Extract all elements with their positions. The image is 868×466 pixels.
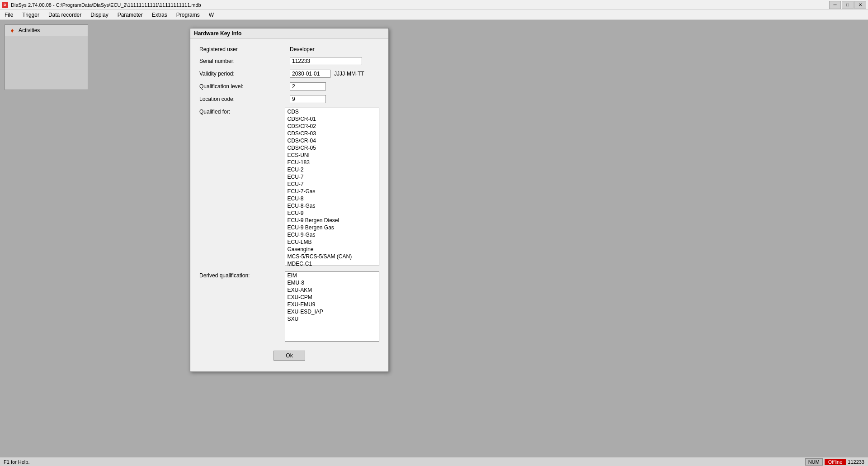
- menu-programs[interactable]: Programs: [173, 11, 203, 19]
- activities-icon: ♦: [9, 27, 16, 34]
- list-item[interactable]: Gasengine: [285, 246, 379, 253]
- list-item[interactable]: ECU-8: [285, 195, 379, 202]
- qualification-level-label: Qualification level:: [199, 83, 290, 90]
- list-item[interactable]: CDS/CR-04: [285, 137, 379, 144]
- menu-bar: File Trigger Data recorder Display Param…: [0, 10, 868, 20]
- list-item[interactable]: ECU-9: [285, 209, 379, 217]
- list-item[interactable]: EIM: [285, 272, 379, 279]
- modal-content: Registered user Developer Serial number:…: [190, 39, 388, 371]
- help-text: F1 for Help.: [4, 459, 29, 465]
- list-item[interactable]: EMU-8: [285, 279, 379, 286]
- list-item[interactable]: ECU-7: [285, 181, 379, 188]
- serial-number-input[interactable]: [290, 57, 362, 65]
- num-badge: NUM: [805, 458, 823, 466]
- app-icon: D: [2, 2, 8, 8]
- list-item[interactable]: EXU-ESD_IAP: [285, 308, 379, 315]
- serial-status: 112233: [848, 459, 864, 465]
- qualified-for-container: Qualified for: CDSCDS/CR-01CDS/CR-02CDS/…: [199, 108, 379, 266]
- validity-period-row: Validity period: JJJJ-MM-TT: [199, 70, 379, 78]
- list-item[interactable]: SXU: [285, 315, 379, 323]
- registered-user-value: Developer: [290, 46, 315, 52]
- list-item[interactable]: MCS-5/RCS-5/SAM (CAN): [285, 253, 379, 260]
- activities-header: ♦ Activities: [5, 25, 88, 36]
- activities-panel: ♦ Activities: [5, 24, 88, 90]
- validity-period-label: Validity period:: [199, 71, 290, 77]
- qualified-for-label: Qualified for:: [199, 108, 285, 115]
- btn-row: Ok: [199, 347, 379, 364]
- list-item[interactable]: MDEC-C1: [285, 260, 379, 266]
- list-item[interactable]: CDS/CR-03: [285, 130, 379, 137]
- maximize-button[interactable]: □: [842, 1, 854, 9]
- derived-qualification-label: Derived qualification:: [199, 271, 285, 279]
- main-area: ♦ Activities Hardware Key Info Registere…: [0, 20, 868, 457]
- serial-number-row: Serial number:: [199, 57, 379, 65]
- menu-trigger[interactable]: Trigger: [19, 11, 43, 19]
- derived-qualification-container: Derived qualification: EIMEMU-8EXU-AKMEX…: [199, 271, 379, 342]
- qualification-level-input[interactable]: [290, 82, 326, 90]
- list-item[interactable]: ECU-9 Bergen Diesel: [285, 217, 379, 224]
- activities-label: Activities: [19, 27, 40, 33]
- location-code-row: Location code:: [199, 95, 379, 103]
- list-item[interactable]: EXU-CPM: [285, 294, 379, 301]
- title-bar: D DiaSys 2.74.00.08 - C:\ProgramData\Dia…: [0, 0, 868, 10]
- menu-parameter[interactable]: Parameter: [114, 11, 146, 19]
- list-item[interactable]: EXU-EMU9: [285, 301, 379, 308]
- serial-number-label: Serial number:: [199, 58, 290, 64]
- list-item[interactable]: ECU-9-Gas: [285, 231, 379, 238]
- title-bar-text: DiaSys 2.74.00.08 - C:\ProgramData\DiaSy…: [11, 2, 201, 8]
- validity-date-input[interactable]: [290, 70, 330, 78]
- menu-file[interactable]: File: [1, 11, 17, 19]
- list-item[interactable]: ECU-2: [285, 166, 379, 173]
- list-item[interactable]: ECU-9 Bergen Gas: [285, 224, 379, 231]
- list-item[interactable]: CDS/CR-02: [285, 123, 379, 130]
- menu-w[interactable]: W: [205, 11, 217, 19]
- list-item[interactable]: ECU-LMB: [285, 238, 379, 246]
- qualified-for-listbox[interactable]: CDSCDS/CR-01CDS/CR-02CDS/CR-03CDS/CR-04C…: [285, 108, 379, 266]
- menu-display[interactable]: Display: [87, 11, 112, 19]
- list-item[interactable]: CDS: [285, 108, 379, 115]
- menu-extras[interactable]: Extras: [148, 11, 171, 19]
- close-button[interactable]: ✕: [854, 1, 866, 9]
- list-item[interactable]: ECU-7-Gas: [285, 188, 379, 195]
- status-right: NUM Offline 112233: [805, 458, 864, 466]
- list-item[interactable]: ECU-7: [285, 173, 379, 181]
- menu-data-recorder[interactable]: Data recorder: [45, 11, 85, 19]
- list-item[interactable]: ECU-183: [285, 159, 379, 166]
- derived-qualification-listbox[interactable]: EIMEMU-8EXU-AKMEXU-CPMEXU-EMU9EXU-ESD_IA…: [285, 271, 379, 342]
- validity-row: JJJJ-MM-TT: [290, 70, 364, 78]
- list-item[interactable]: ECS-UNI: [285, 152, 379, 159]
- location-code-input[interactable]: [290, 95, 326, 103]
- title-bar-left: D DiaSys 2.74.00.08 - C:\ProgramData\Dia…: [2, 2, 201, 8]
- registered-user-label: Registered user: [199, 46, 290, 52]
- list-item[interactable]: EXU-AKM: [285, 286, 379, 294]
- list-item[interactable]: CDS/CR-05: [285, 144, 379, 152]
- registered-user-row: Registered user Developer: [199, 46, 379, 52]
- ok-button[interactable]: Ok: [274, 351, 305, 361]
- minimize-button[interactable]: ─: [829, 1, 841, 9]
- title-bar-controls: ─ □ ✕: [829, 1, 866, 9]
- list-item[interactable]: ECU-8-Gas: [285, 202, 379, 209]
- modal-title: Hardware Key Info: [194, 30, 241, 37]
- validity-format: JJJJ-MM-TT: [334, 71, 364, 77]
- location-code-label: Location code:: [199, 96, 290, 102]
- hardware-key-modal: Hardware Key Info Registered user Develo…: [190, 28, 389, 372]
- modal-title-bar: Hardware Key Info: [190, 29, 388, 39]
- list-item[interactable]: CDS/CR-01: [285, 115, 379, 123]
- qualification-level-row: Qualification level:: [199, 82, 379, 90]
- status-bar: F1 for Help. NUM Offline 112233: [0, 457, 868, 466]
- offline-badge: Offline: [825, 459, 846, 465]
